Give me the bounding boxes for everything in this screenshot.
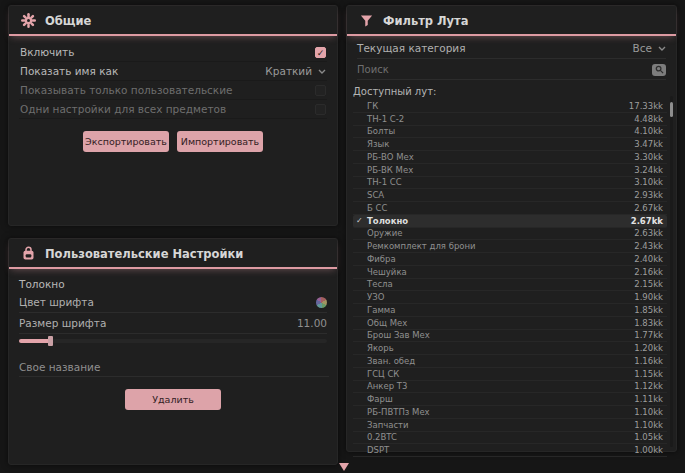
loot-row[interactable]: DSPT1.00kk bbox=[353, 444, 667, 457]
loot-row[interactable]: Общ Мех1.83kk bbox=[353, 317, 667, 330]
loot-row[interactable]: ТН-1 СС3.10kk bbox=[353, 177, 667, 190]
funnel-icon bbox=[359, 13, 374, 28]
loot-item-value: 1.85kk bbox=[634, 305, 663, 315]
loot-row[interactable]: Запчасти1.10kk bbox=[353, 419, 667, 432]
loot-row[interactable]: ✓Толокно2.67kk bbox=[353, 215, 667, 228]
loot-row[interactable]: Зван. обед1.16kk bbox=[353, 355, 667, 368]
loot-row[interactable]: Брош Зав Мех1.77kk bbox=[353, 330, 667, 343]
user-settings-title: Пользовательские Настройки bbox=[45, 247, 243, 261]
loot-row[interactable]: SCA2.93kk bbox=[353, 189, 667, 202]
check-icon: ✓ bbox=[356, 216, 367, 225]
loot-row[interactable]: Ремкомплект для брони2.43kk bbox=[353, 240, 667, 253]
loot-row[interactable]: Болты4.10kk bbox=[353, 126, 667, 139]
font-size-row: Размер шрифта 11.00 bbox=[19, 313, 327, 334]
loot-row[interactable]: УЗО1.90kk bbox=[353, 291, 667, 304]
loot-item-value: 1.10kk bbox=[634, 407, 663, 417]
enable-checkbox[interactable]: ✓ bbox=[315, 47, 326, 58]
font-size-slider-fill bbox=[19, 339, 50, 343]
chevron-down-icon bbox=[318, 69, 326, 74]
selected-item-name: Толокно bbox=[19, 278, 327, 290]
color-wheel-icon[interactable] bbox=[316, 297, 327, 308]
loot-item-name: DSPT bbox=[367, 445, 389, 455]
loot-filter-title: Фильтр Лута bbox=[383, 14, 469, 28]
font-color-row[interactable]: Цвет шрифта bbox=[19, 292, 327, 313]
loot-item-value: 1.16kk bbox=[634, 356, 663, 366]
same-settings-row: Одни настройки для всех предметов bbox=[19, 100, 327, 119]
same-settings-label: Одни настройки для всех предметов bbox=[20, 103, 226, 115]
loot-filter-header: Фильтр Лута bbox=[347, 6, 676, 36]
show-name-as-select[interactable]: Краткий bbox=[265, 65, 326, 77]
loot-row[interactable]: РБ-ВК Мех3.24kk bbox=[353, 164, 667, 177]
search-icon[interactable] bbox=[652, 64, 666, 76]
delete-button-row: Удалить bbox=[9, 389, 337, 410]
loot-item-value: 2.67kk bbox=[631, 216, 663, 226]
loot-item-value: 3.24kk bbox=[634, 165, 663, 175]
scroll-down-indicator bbox=[339, 463, 349, 471]
loot-item-value: 2.40kk bbox=[634, 254, 663, 264]
loot-item-value: 3.47kk bbox=[634, 139, 663, 149]
loot-row[interactable]: Фибра2.40kk bbox=[353, 253, 667, 266]
loot-row[interactable]: РБ-ВО Мех3.30kk bbox=[353, 151, 667, 164]
show-name-as-row: Показать имя как Краткий bbox=[19, 62, 327, 81]
loot-item-value: 1.83kk bbox=[634, 318, 663, 328]
export-import-buttons: Экспортировать Импортировать bbox=[9, 131, 337, 152]
loot-item-value: 1.77kk bbox=[634, 330, 663, 340]
only-custom-checkbox[interactable] bbox=[315, 85, 326, 96]
loot-item-value: 17.33kk bbox=[629, 101, 663, 111]
font-size-slider-handle[interactable] bbox=[48, 336, 53, 346]
loot-item-name: Б СС bbox=[367, 203, 387, 213]
custom-name-input[interactable] bbox=[19, 357, 329, 377]
loot-row[interactable]: Гамма1.85kk bbox=[353, 304, 667, 317]
loot-row[interactable]: Чешуйка2.16kk bbox=[353, 266, 667, 279]
general-settings-panel: Общие Включить ✓ Показать имя как Кратки… bbox=[8, 5, 338, 226]
loot-item-value: 1.10kk bbox=[634, 420, 663, 430]
search-row bbox=[357, 60, 666, 80]
loot-item-name: Анкер Т3 bbox=[367, 381, 407, 391]
loot-row[interactable]: ТН-1 С-24.48kk bbox=[353, 113, 667, 126]
delete-button[interactable]: Удалить bbox=[125, 389, 221, 410]
user-settings-panel: Пользовательские Настройки Толокно Цвет … bbox=[8, 238, 338, 465]
general-panel-title: Общие bbox=[45, 14, 91, 28]
loot-row[interactable]: Оружие2.63kk bbox=[353, 228, 667, 241]
show-name-as-value: Краткий bbox=[265, 65, 312, 77]
loot-row[interactable]: Якорь1.20kk bbox=[353, 342, 667, 355]
loot-item-name: Фарш bbox=[367, 394, 393, 404]
loot-item-name: ГСЦ СК bbox=[367, 369, 399, 379]
loot-item-name: ГК bbox=[367, 101, 378, 111]
loot-item-value: 1.90kk bbox=[634, 292, 663, 302]
loot-item-name: Тесла bbox=[367, 279, 393, 289]
loot-row[interactable]: Б СС2.67kk bbox=[353, 202, 667, 215]
font-size-slider[interactable] bbox=[19, 339, 327, 343]
export-button[interactable]: Экспортировать bbox=[83, 131, 169, 152]
show-name-as-label: Показать имя как bbox=[20, 65, 118, 77]
font-color-label: Цвет шрифта bbox=[19, 296, 94, 308]
loot-item-value: 2.43kk bbox=[634, 241, 663, 251]
loot-row[interactable]: 0.2BTC1.05kk bbox=[353, 432, 667, 445]
category-select[interactable]: Все bbox=[633, 42, 666, 54]
loot-row[interactable]: Тесла2.15kk bbox=[353, 279, 667, 292]
loot-item-name: РБ-ПВТПз Мех bbox=[367, 407, 430, 417]
enable-row: Включить ✓ bbox=[19, 43, 327, 62]
chevron-down-icon bbox=[658, 46, 666, 51]
loot-item-name: Брош Зав Мех bbox=[367, 330, 430, 340]
loot-item-name: Запчасти bbox=[367, 420, 409, 430]
loot-item-value: 2.15kk bbox=[634, 279, 663, 289]
loot-item-value: 1.20kk bbox=[634, 343, 663, 353]
loot-list-scrollbar[interactable] bbox=[670, 96, 673, 447]
loot-row[interactable]: Фарш1.11kk bbox=[353, 393, 667, 406]
loot-item-name: Якорь bbox=[367, 343, 394, 353]
loot-item-value: 2.16kk bbox=[634, 267, 663, 277]
loot-item-name: 0.2BTC bbox=[367, 432, 397, 442]
same-settings-checkbox[interactable] bbox=[315, 104, 326, 115]
loot-row[interactable]: РБ-ПВТПз Мех1.10kk bbox=[353, 406, 667, 419]
search-input[interactable] bbox=[357, 61, 652, 79]
loot-item-name: Гамма bbox=[367, 305, 395, 315]
loot-row[interactable]: ГСЦ СК1.15kk bbox=[353, 368, 667, 381]
loot-item-name: РБ-ВО Мех bbox=[367, 152, 414, 162]
user-settings-header: Пользовательские Настройки bbox=[9, 239, 337, 269]
scrollbar-thumb[interactable] bbox=[670, 102, 673, 117]
loot-row[interactable]: Язык3.47kk bbox=[353, 138, 667, 151]
loot-row[interactable]: ГК17.33kk bbox=[353, 100, 667, 113]
loot-row[interactable]: Анкер Т31.12kk bbox=[353, 381, 667, 394]
import-button[interactable]: Импортировать bbox=[177, 131, 263, 152]
